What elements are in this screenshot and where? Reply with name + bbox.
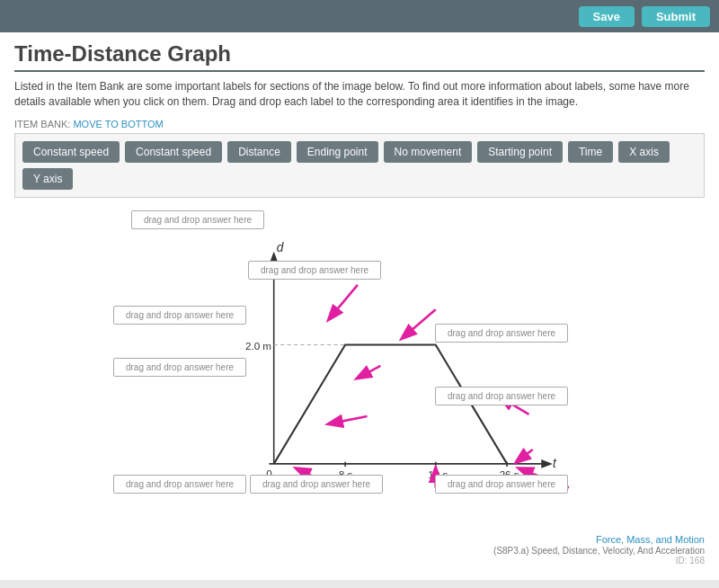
svg-line-18 [517, 450, 533, 462]
item-bank: Constant speed Constant speed Distance E… [14, 133, 705, 198]
instructions: Listed in the Item Bank are some importa… [14, 79, 705, 110]
label-constant-speed-2[interactable]: Constant speed [125, 141, 222, 163]
svg-text:2.0 m: 2.0 m [245, 339, 271, 351]
label-distance[interactable]: Distance [227, 141, 291, 163]
label-no-movement[interactable]: No movement [384, 141, 473, 163]
footer-id: ID: 168 [14, 556, 705, 566]
label-starting-point[interactable]: Starting point [477, 141, 563, 163]
drop-box-right-lower[interactable]: drag and drop answer here [435, 387, 568, 405]
drop-box-bottom-right[interactable]: drag and drop answer here [435, 475, 568, 494]
page-title: Time-Distance Graph [14, 41, 705, 72]
drop-box-left-lower[interactable]: drag and drop answer here [113, 358, 246, 377]
move-to-bottom-link[interactable]: Move to Bottom [73, 119, 163, 129]
label-time[interactable]: Time [568, 141, 613, 163]
drop-box-left-mid[interactable]: drag and drop answer here [113, 306, 246, 325]
graph-area: d t 0 8 s 18 s 26 s 2.0 m [14, 207, 705, 530]
label-constant-speed-1[interactable]: Constant speed [22, 141, 120, 163]
svg-line-16 [403, 309, 436, 338]
svg-line-14 [329, 284, 358, 318]
footer-subject: Force, Mass, and Motion (S8P3.a) Speed, … [14, 534, 705, 556]
page-content: Time-Distance Graph Listed in the Item B… [0, 32, 719, 580]
submit-button[interactable]: Submit [642, 6, 710, 27]
svg-text:t: t [553, 457, 557, 470]
svg-text:d: d [277, 240, 285, 254]
drop-box-top-mid[interactable]: drag and drop answer here [248, 261, 381, 280]
save-button[interactable]: Save [579, 6, 635, 27]
svg-line-15 [329, 416, 367, 423]
top-bar: Save Submit [0, 0, 719, 32]
drop-box-bottom-left[interactable]: drag and drop answer here [113, 475, 246, 494]
drop-box-right-upper[interactable]: drag and drop answer here [435, 324, 568, 343]
item-bank-label: ITEM BANK: Move to Bottom [14, 119, 705, 129]
label-ending-point[interactable]: Ending point [297, 141, 378, 163]
svg-line-22 [358, 365, 380, 378]
drop-box-top[interactable]: drag and drop answer here [131, 210, 264, 229]
label-y-axis[interactable]: Y axis [22, 168, 73, 190]
drop-box-bottom-mid[interactable]: drag and drop answer here [250, 475, 383, 494]
label-x-axis[interactable]: X axis [618, 141, 670, 163]
